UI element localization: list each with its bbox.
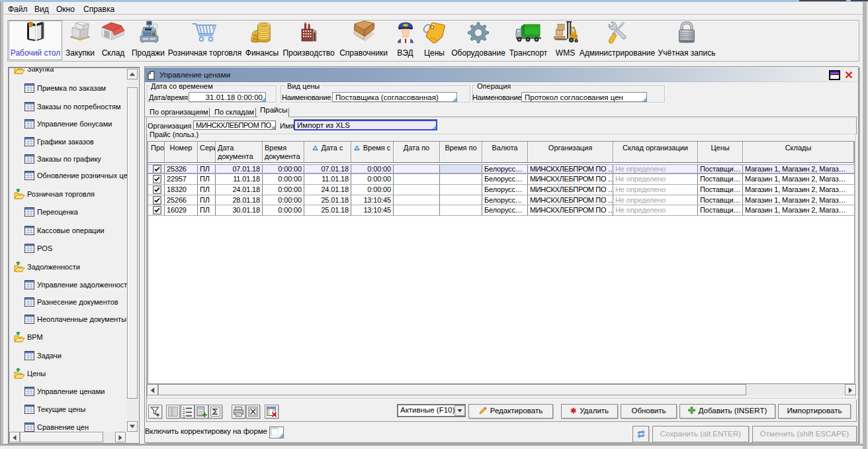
svg-text:3: 3	[183, 415, 185, 419]
